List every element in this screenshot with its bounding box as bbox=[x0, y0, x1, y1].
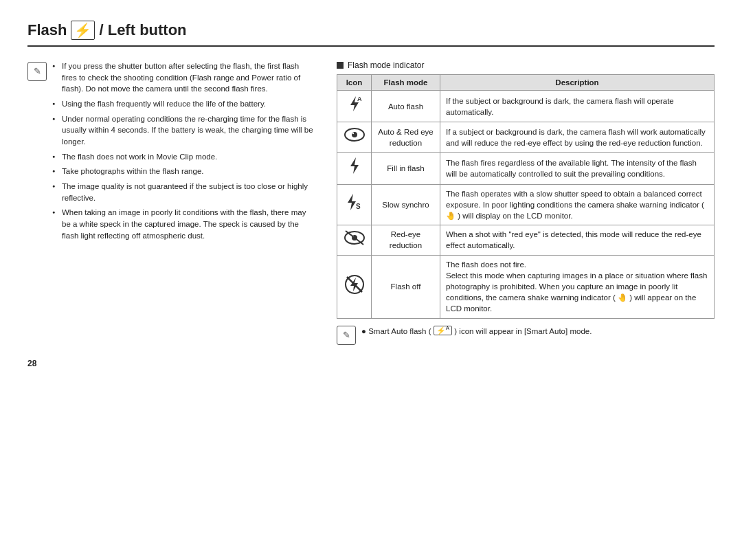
auto-flash-desc: If the subject or background is dark, th… bbox=[440, 91, 715, 122]
flash-off-desc: The flash does not fire. Select this mod… bbox=[440, 256, 715, 318]
bottom-note-text-before: ● Smart Auto flash ( bbox=[361, 326, 431, 335]
table-row: Auto & Red eye reduction If a subject or… bbox=[337, 122, 715, 153]
smart-auto-flash-icon: ⚡A bbox=[434, 326, 452, 335]
bullet-item: The flash does not work in Movie Clip mo… bbox=[52, 151, 316, 163]
flash-title-suffix: / Left button bbox=[99, 21, 186, 39]
flash-off-icon bbox=[337, 256, 372, 318]
bullet-item: Using the flash frequently will reduce t… bbox=[52, 98, 316, 110]
fill-flash-desc: The flash fires regardless of the availa… bbox=[440, 153, 715, 184]
section-label: Flash mode indicator bbox=[348, 60, 424, 70]
flash-title-icon: ⚡ bbox=[71, 21, 95, 40]
flash-mode-table: Icon Flash mode Description A Auto flash… bbox=[337, 74, 715, 319]
col-header-icon: Icon bbox=[337, 75, 372, 91]
bottom-note: ✎ ● Smart Auto flash ( ⚡A ) icon will ap… bbox=[337, 326, 715, 345]
bullet-list: If you press the shutter button after se… bbox=[52, 60, 316, 241]
fill-flash-mode: Fill in flash bbox=[372, 153, 440, 184]
slow-synchro-icon: S bbox=[337, 184, 372, 225]
note-box: ✎ If you press the shutter button after … bbox=[27, 60, 316, 245]
table-row: Fill in flash The flash fires regardless… bbox=[337, 153, 715, 184]
svg-text:A: A bbox=[357, 96, 362, 102]
table-row: A Auto flash If the subject or backgroun… bbox=[337, 91, 715, 122]
bullet-item: The image quality is not guaranteed if t… bbox=[52, 181, 316, 203]
content-area: ✎ If you press the shutter button after … bbox=[27, 60, 715, 345]
page-number: 28 bbox=[27, 359, 715, 368]
auto-flash-mode: Auto flash bbox=[372, 91, 440, 122]
red-eye-reduction-mode: Red-eye reduction bbox=[372, 225, 440, 255]
table-row: S Slow synchro The flash operates with a… bbox=[337, 184, 715, 225]
svg-line-14 bbox=[347, 277, 362, 292]
bottom-note-text-after: ) icon will appear in [Smart Auto] mode. bbox=[454, 326, 592, 335]
svg-marker-5 bbox=[350, 157, 359, 174]
red-eye-reduction-icon bbox=[337, 225, 372, 255]
bottom-note-icon: ✎ bbox=[337, 326, 356, 345]
flash-title-text: Flash bbox=[27, 21, 67, 39]
fill-flash-icon bbox=[337, 153, 372, 184]
section-header: Flash mode indicator bbox=[337, 60, 715, 70]
svg-marker-6 bbox=[348, 194, 356, 210]
table-row: Flash off The flash does not fire. Selec… bbox=[337, 256, 715, 318]
flash-off-mode: Flash off bbox=[372, 256, 440, 318]
note-icon: ✎ bbox=[27, 62, 47, 81]
auto-flash-icon: A bbox=[337, 91, 372, 122]
red-eye-reduction-desc: When a shot with "red eye" is detected, … bbox=[440, 225, 715, 255]
bottom-note-text: ● Smart Auto flash ( ⚡A ) icon will appe… bbox=[361, 326, 592, 336]
note-text: If you press the shutter button after se… bbox=[52, 60, 316, 245]
bullet-item: When taking an image in poorly lit condi… bbox=[52, 207, 316, 241]
bullet-item: Take photographs within the flash range. bbox=[52, 166, 316, 177]
table-row: Red-eye reduction When a shot with "red … bbox=[337, 225, 715, 255]
page-title: Flash ⚡ / Left button bbox=[27, 21, 715, 47]
section-square-icon bbox=[337, 62, 344, 69]
right-column: Flash mode indicator Icon Flash mode Des… bbox=[337, 60, 715, 345]
auto-red-eye-desc: If a subject or background is dark, the … bbox=[440, 122, 715, 153]
col-header-mode: Flash mode bbox=[372, 75, 440, 91]
col-header-description: Description bbox=[440, 75, 715, 91]
bullet-item: If you press the shutter button after se… bbox=[52, 60, 316, 95]
table-header-row: Icon Flash mode Description bbox=[337, 75, 715, 91]
svg-text:S: S bbox=[356, 203, 361, 210]
auto-red-eye-icon bbox=[337, 122, 372, 153]
left-column: ✎ If you press the shutter button after … bbox=[27, 60, 316, 345]
auto-red-eye-mode: Auto & Red eye reduction bbox=[372, 122, 440, 153]
slow-synchro-mode: Slow synchro bbox=[372, 184, 440, 225]
svg-point-4 bbox=[352, 133, 353, 134]
bullet-item: Under normal operating conditions the re… bbox=[52, 113, 316, 148]
slow-synchro-desc: The flash operates with a slow shutter s… bbox=[440, 184, 715, 225]
